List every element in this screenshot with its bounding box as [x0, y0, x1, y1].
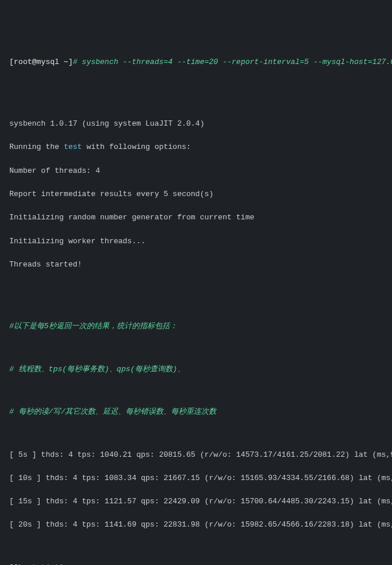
sysbench-version: sysbench 1.0.17 (using system LuaJIT 2.0…: [9, 118, 383, 130]
interval-row: [ 20s ] thds: 4 tps: 1141.69 qps: 22831.…: [9, 519, 383, 531]
blank-line: [9, 301, 383, 309]
blank-line: [9, 430, 383, 438]
blank-line: [9, 80, 383, 87]
interval-row: [ 15s ] thds: 4 tps: 1121.57 qps: 22429.…: [9, 496, 383, 507]
threads-started: Threads started!: [9, 259, 383, 271]
running-test-word: test: [64, 143, 82, 151]
running-line: Running the test with following options:: [9, 141, 383, 153]
sql-stats-header: SQL statistics:: [9, 562, 383, 565]
threads-count: Number of threads: 4: [9, 165, 383, 177]
comment-header-2: # 线程数、tps(每秒事务数)、qps(每秒查询数)、: [9, 364, 383, 375]
running-pre: Running the: [9, 143, 64, 151]
init-workers: Initializing worker threads...: [9, 236, 383, 247]
running-post: with following options:: [82, 143, 191, 151]
command-text: sysbench --threads=4 --time=20 --report-…: [77, 58, 392, 66]
blank-line: [9, 543, 383, 550]
blank-line: [9, 344, 383, 352]
init-rng: Initializing random number generator fro…: [9, 212, 383, 223]
blank-line: [9, 99, 383, 106]
interval-row: [ 10s ] thds: 4 tps: 1083.34 qps: 21667.…: [9, 472, 383, 484]
report-interval: Report intermediate results every 5 seco…: [9, 189, 383, 200]
prompt-user-host: [root@mysql ~]: [9, 58, 73, 66]
comment-header-3: # 每秒的读/写/其它次数、延迟、每秒错误数、每秒重连次数: [9, 406, 383, 418]
interval-row: [ 5s ] thds: 4 tps: 1040.21 qps: 20815.6…: [9, 449, 383, 461]
blank-line: [9, 282, 383, 290]
prompt-line: [root@mysql ~]# sysbench --threads=4 --t…: [9, 56, 383, 68]
prompt-hash: #: [73, 58, 77, 66]
blank-line: [9, 387, 383, 395]
comment-header-1: #以下是每5秒返回一次的结果，统计的指标包括：: [9, 321, 383, 332]
